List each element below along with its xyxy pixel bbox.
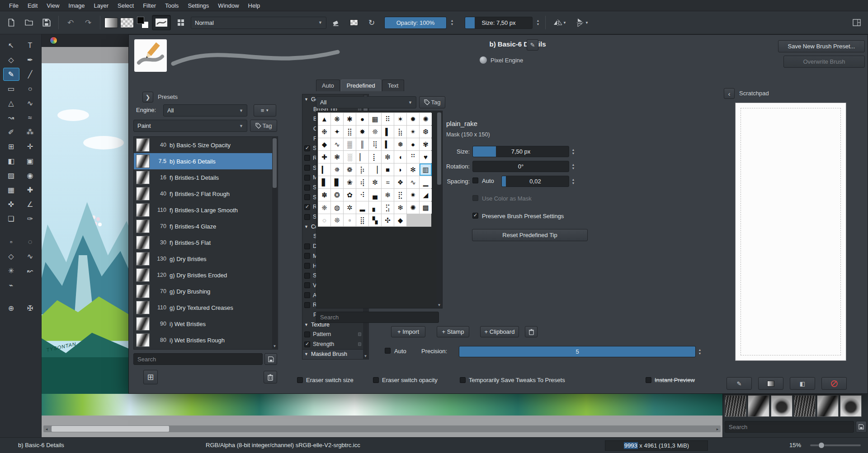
multibrush-tool[interactable]: ⁂ bbox=[22, 126, 38, 139]
brush-tip[interactable]: ⢿ bbox=[369, 138, 381, 150]
brush-tip[interactable]: ⠿ bbox=[382, 113, 394, 125]
stamp-tip-button[interactable]: + Stamp bbox=[437, 326, 469, 337]
footer-checkbox[interactable] bbox=[373, 377, 379, 383]
save-new-preset-button[interactable]: Save New Brush Preset... bbox=[778, 40, 865, 52]
brush-tip[interactable]: ◆ bbox=[394, 214, 406, 226]
brush-tip[interactable]: ▌ bbox=[382, 126, 394, 138]
brush-tip[interactable]: ❁ bbox=[344, 163, 356, 176]
brush-tip[interactable]: ⣷ bbox=[394, 126, 406, 138]
workspace-chooser-button[interactable] bbox=[849, 15, 864, 30]
brush-tip[interactable]: ▚ bbox=[369, 214, 381, 226]
scratchpad-reset-button[interactable] bbox=[821, 377, 847, 390]
preset-item[interactable]: 120g) Dry Bristles Eroded bbox=[134, 267, 272, 283]
brush-tip[interactable]: ║ bbox=[356, 138, 368, 150]
scratchpad-canvas[interactable] bbox=[735, 103, 846, 361]
dock-preset-thumbnail[interactable] bbox=[748, 395, 769, 417]
menu-settings[interactable]: Settings bbox=[183, 2, 213, 9]
ellipse-tool[interactable]: ○ bbox=[22, 82, 38, 95]
use-color-as-mask-checkbox[interactable] bbox=[472, 195, 478, 201]
precision-slider[interactable]: 5 bbox=[459, 346, 696, 357]
brush-tip[interactable]: ✺ bbox=[420, 113, 432, 125]
brush-tip[interactable]: ❖ bbox=[394, 176, 406, 188]
footer-option[interactable]: Instant Preview bbox=[646, 377, 695, 383]
preset-item[interactable]: 30f) Bristles-5 Flat bbox=[134, 234, 272, 251]
open-document-button[interactable] bbox=[21, 15, 37, 30]
brush-tip[interactable]: ⠺ bbox=[356, 189, 368, 201]
preset-item[interactable]: 110f) Bristles-3 Large Smooth bbox=[134, 202, 272, 218]
transform-tool[interactable]: ⊞ bbox=[3, 140, 19, 153]
option-checkbox[interactable] bbox=[304, 204, 310, 210]
brush-tip[interactable]: ▎ bbox=[318, 163, 330, 176]
eraser-mode-button[interactable] bbox=[329, 15, 344, 30]
option-checkbox[interactable] bbox=[304, 332, 310, 337]
rectangular-select-tool[interactable]: ▫ bbox=[3, 235, 19, 248]
brush-tip[interactable]: ❄ bbox=[382, 189, 394, 201]
preset-item[interactable]: 75i) Wet Knife bbox=[134, 348, 272, 350]
brush-tip[interactable]: ✚ bbox=[318, 151, 330, 163]
tab-auto[interactable]: Auto bbox=[316, 79, 340, 91]
brush-tip[interactable]: ✼ bbox=[369, 176, 381, 188]
dock-preset-thumbnail[interactable] bbox=[840, 395, 862, 417]
brush-tip[interactable]: ⣿ bbox=[344, 126, 356, 138]
gradient-swatch[interactable] bbox=[104, 18, 118, 28]
scratchpad-fill-background-button[interactable]: ◧ bbox=[790, 377, 815, 390]
brush-tip[interactable]: ▁ bbox=[420, 176, 432, 188]
tip-rotation-slider[interactable]: 0° bbox=[472, 161, 569, 172]
scratchpad-fill-gradient-button[interactable] bbox=[758, 377, 783, 390]
docker-save-tag-button[interactable] bbox=[856, 421, 867, 433]
brush-tip[interactable]: ✱ bbox=[344, 113, 356, 125]
measure-tool[interactable]: ∠ bbox=[22, 198, 38, 211]
brush-tip[interactable]: ✿ bbox=[344, 189, 356, 201]
scroll-right-icon[interactable]: ▸ bbox=[714, 425, 721, 432]
option-checkbox[interactable] bbox=[304, 253, 310, 259]
brush-tip[interactable]: ▋ bbox=[318, 176, 330, 188]
preset-filter-combo[interactable]: Paint ▼ bbox=[133, 120, 247, 132]
assistants-tool[interactable]: ✜ bbox=[3, 198, 19, 211]
preset-search-input[interactable] bbox=[133, 353, 263, 365]
tip-search-input[interactable] bbox=[316, 312, 439, 323]
preset-view-mode-button[interactable]: ≡▼ bbox=[254, 104, 276, 117]
brush-tip[interactable]: ✻ bbox=[407, 163, 419, 176]
smart-patch-tool[interactable]: ✚ bbox=[22, 183, 38, 196]
tip-rotation-spinner[interactable]: ▲▼ bbox=[570, 161, 576, 172]
brush-tip[interactable]: ▩ bbox=[420, 201, 432, 214]
option-checkbox[interactable] bbox=[304, 194, 310, 200]
undo-button[interactable]: ↶ bbox=[63, 15, 78, 30]
brush-tip[interactable]: ✣ bbox=[382, 214, 394, 226]
brush-tip[interactable]: ◗ bbox=[394, 163, 406, 176]
option-checkbox[interactable] bbox=[304, 292, 310, 298]
dynamic-brush-tool[interactable]: ✐ bbox=[3, 126, 19, 139]
option-checkbox[interactable] bbox=[304, 185, 310, 191]
footer-option[interactable]: Eraser switch size bbox=[297, 377, 354, 383]
dock-preset-thumbnail[interactable] bbox=[794, 395, 816, 417]
color-sampler-tool[interactable]: ◉ bbox=[22, 169, 38, 182]
blending-mode-combo[interactable]: Normal ▼ bbox=[191, 17, 326, 29]
option-checkbox[interactable] bbox=[304, 273, 310, 279]
brush-tip[interactable]: ⣿ bbox=[356, 214, 368, 226]
mirror-vertical-button[interactable]: ▼ bbox=[572, 15, 592, 30]
fill-tool[interactable]: ◧ bbox=[3, 154, 19, 168]
save-search-as-tag-button[interactable] bbox=[264, 353, 277, 365]
option-masked-brush[interactable]: ▼Masked Brush bbox=[302, 349, 363, 359]
preset-tag-button[interactable]: Tag bbox=[250, 120, 277, 132]
brush-tip[interactable]: ▲ bbox=[318, 113, 330, 125]
size-slider[interactable]: Size: 7,50 px bbox=[465, 17, 533, 29]
brush-tip[interactable]: ✵ bbox=[331, 163, 343, 176]
brush-tip[interactable]: ⡇ bbox=[369, 151, 381, 163]
brush-tip[interactable]: ❂ bbox=[331, 189, 343, 201]
rename-preset-button[interactable]: ✎ bbox=[527, 39, 538, 51]
precision-auto-checkbox[interactable] bbox=[385, 348, 391, 354]
engine-filter-combo[interactable]: All ▼ bbox=[163, 104, 247, 117]
brush-tip[interactable]: ◍ bbox=[331, 201, 343, 214]
menu-select[interactable]: Select bbox=[113, 2, 138, 9]
preset-item[interactable]: 90i) Wet Bristles bbox=[134, 316, 272, 332]
horizontal-scrollbar-thumb[interactable] bbox=[52, 426, 169, 432]
option-checkbox[interactable] bbox=[304, 302, 310, 308]
brush-tip[interactable]: ▏ bbox=[356, 151, 368, 163]
brush-tip[interactable]: ▫ bbox=[344, 214, 356, 226]
brush-tip[interactable]: ■ bbox=[382, 163, 394, 176]
preset-item[interactable]: 130g) Dry Bristles bbox=[134, 251, 272, 267]
brush-tip[interactable]: ● bbox=[407, 138, 419, 150]
brush-presets-popup-button[interactable] bbox=[173, 15, 189, 30]
menu-help[interactable]: Help bbox=[244, 2, 265, 9]
